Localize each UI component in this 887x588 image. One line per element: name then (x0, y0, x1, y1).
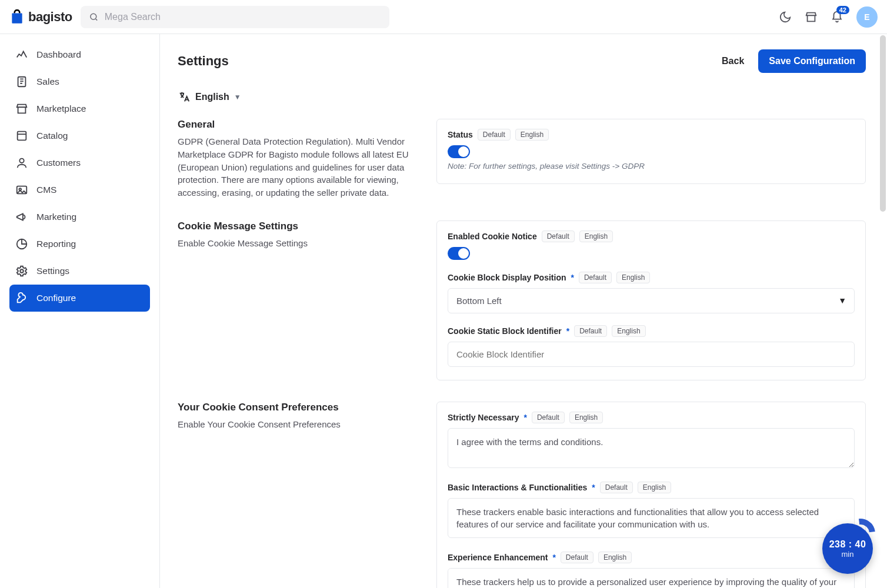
timer-unit: min (842, 550, 854, 559)
sidebar-item-sales[interactable]: Sales (9, 68, 150, 95)
svg-point-5 (19, 159, 24, 163)
svg-rect-0 (12, 13, 22, 23)
page-header: Settings Back Save Configuration (178, 49, 866, 73)
back-link[interactable]: Back (722, 56, 744, 66)
sidebar-item-configure[interactable]: Configure (9, 285, 150, 312)
section-cookie: Cookie Message Settings Enable Cookie Me… (178, 220, 866, 380)
scope-chip-default: Default (600, 482, 633, 493)
sidebar-item-marketing[interactable]: Marketing (9, 203, 150, 230)
section-title: General (178, 119, 425, 131)
language-switcher[interactable]: English ▼ (178, 91, 241, 103)
sidebar-item-label: Dashboard (36, 49, 81, 60)
search-input[interactable] (105, 12, 381, 22)
scope-chip-english: English (638, 482, 671, 493)
configure-icon (15, 292, 28, 305)
section-consent-info: Your Cookie Consent Preferences Enable Y… (178, 402, 425, 588)
basic-label: Basic Interactions & Functionalities (448, 483, 587, 492)
chevron-down-icon: ▼ (234, 93, 241, 101)
required-asterisk: * (566, 326, 569, 336)
scope-chip-english: English (515, 129, 549, 141)
sidebar-item-marketplace[interactable]: Marketplace (9, 95, 150, 122)
notifications-button[interactable]: 42 (831, 11, 843, 24)
status-toggle[interactable] (448, 145, 470, 158)
svg-rect-4 (18, 132, 26, 141)
brand-logo[interactable]: bagisto (9, 9, 72, 25)
sidebar-item-label: Configure (36, 293, 76, 303)
cookie-identifier-label: Cookie Static Block Identifier (448, 326, 562, 336)
avatar-initial: E (864, 12, 869, 22)
section-cookie-info: Cookie Message Settings Enable Cookie Me… (178, 220, 425, 380)
dashboard-icon (15, 48, 28, 61)
top-actions: 42 E (779, 6, 878, 28)
sidebar-item-customers[interactable]: Customers (9, 149, 150, 176)
marketplace-icon (15, 102, 28, 115)
sidebar-item-label: Catalog (36, 131, 68, 141)
moon-icon (779, 11, 792, 24)
store-switcher[interactable] (805, 11, 818, 24)
avatar[interactable]: E (856, 6, 878, 28)
scope-chip-default: Default (579, 272, 612, 283)
scope-chip-english: English (579, 230, 613, 242)
language-label: English (195, 92, 229, 102)
status-note: Note: For further settings, please visit… (448, 162, 855, 171)
scope-chip-english: English (616, 272, 650, 283)
sidebar-item-label: Customers (36, 158, 81, 168)
required-asterisk: * (523, 413, 526, 422)
bag-icon (9, 9, 25, 25)
exp-textarea[interactable] (448, 568, 855, 588)
consent-card: Strictly Necessary * Default English Bas… (436, 402, 866, 588)
sidebar: Dashboard Sales Marketplace Catalog Cust… (0, 34, 160, 588)
required-asterisk: * (552, 553, 555, 562)
section-consent: Your Cookie Consent Preferences Enable Y… (178, 402, 866, 588)
cookie-card: Enabled Cookie Notice Default English Co… (436, 220, 866, 380)
sidebar-item-label: Marketing (36, 212, 76, 222)
sidebar-item-label: Sales (36, 76, 59, 87)
scrollbar[interactable] (880, 35, 886, 212)
strict-textarea[interactable] (448, 428, 855, 468)
section-general: General GDPR (General Data Protection Re… (178, 119, 866, 199)
main-content: Settings Back Save Configuration English… (160, 34, 883, 588)
search-box[interactable] (81, 6, 389, 28)
timer-widget[interactable]: 238 : 40 min (822, 523, 873, 574)
cookie-position-value: Bottom Left (448, 288, 855, 313)
catalog-icon (15, 129, 28, 142)
basic-textarea[interactable] (448, 498, 855, 538)
required-asterisk: * (571, 273, 574, 282)
section-general-info: General GDPR (General Data Protection Re… (178, 119, 425, 199)
cookie-position-label: Cookie Block Display Position (448, 273, 566, 282)
general-card: Status Default English Note: For further… (436, 119, 866, 184)
section-description: Enable Your Cookie Consent Preferences (178, 418, 425, 431)
search-icon (89, 12, 99, 22)
customers-icon (15, 156, 28, 169)
section-title: Cookie Message Settings (178, 220, 425, 232)
sidebar-item-label: Reporting (36, 239, 76, 249)
section-description: Enable Cookie Message Settings (178, 237, 425, 250)
sidebar-item-settings[interactable]: Settings (9, 258, 150, 285)
settings-icon (15, 265, 28, 278)
status-label: Status (448, 130, 473, 139)
scope-chip-default: Default (561, 552, 593, 563)
reporting-icon (15, 238, 28, 250)
cookie-notice-toggle[interactable] (448, 247, 470, 260)
save-button[interactable]: Save Configuration (758, 49, 866, 73)
store-icon (805, 11, 818, 24)
dark-mode-toggle[interactable] (779, 11, 792, 24)
scope-chip-english: English (569, 412, 603, 423)
exp-label: Experience Enhancement (448, 553, 548, 562)
section-title: Your Cookie Consent Preferences (178, 402, 425, 413)
sidebar-item-label: CMS (36, 185, 56, 195)
sales-icon (15, 75, 28, 88)
cookie-identifier-input[interactable] (448, 342, 855, 367)
strict-label: Strictly Necessary (448, 413, 519, 422)
scope-chip-default: Default (574, 325, 607, 337)
scope-chip-default: Default (542, 230, 575, 242)
sidebar-item-catalog[interactable]: Catalog (9, 122, 150, 149)
svg-point-9 (20, 269, 24, 273)
sidebar-item-reporting[interactable]: Reporting (9, 230, 150, 258)
sidebar-item-cms[interactable]: CMS (9, 176, 150, 203)
cookie-position-select[interactable]: Bottom Left ▼ (448, 288, 855, 313)
sidebar-item-dashboard[interactable]: Dashboard (9, 41, 150, 68)
scope-chip-default: Default (478, 129, 511, 141)
notification-count: 42 (836, 6, 849, 14)
section-description: GDPR (General Data Protection Regulation… (178, 135, 425, 199)
